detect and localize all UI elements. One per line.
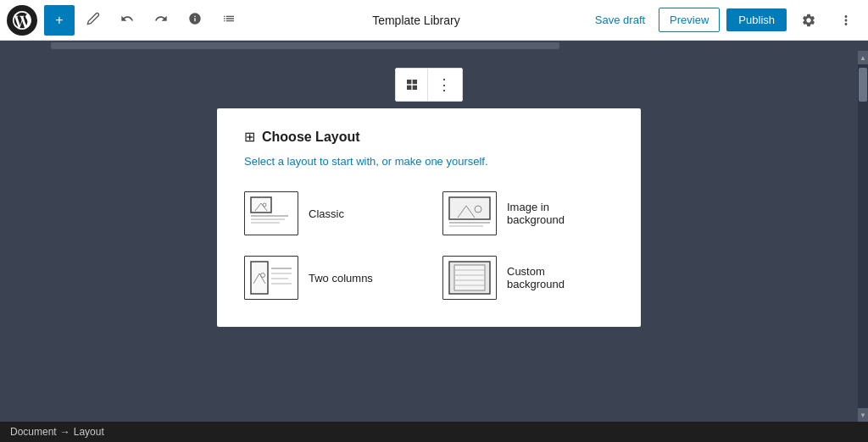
vertical-scrollbar[interactable]: ▲ ▼ <box>858 51 868 422</box>
more-icon <box>838 13 854 28</box>
h-scrollbar-thumb[interactable] <box>51 42 559 49</box>
horizontal-scrollbar[interactable] <box>0 41 868 51</box>
layout-option-classic[interactable]: Classic <box>244 191 415 235</box>
twocol-thumb-svg <box>248 258 295 297</box>
svg-rect-0 <box>251 197 271 213</box>
layout-label-classic: Classic <box>309 207 344 220</box>
layout-thumb-imgbg <box>442 191 497 235</box>
status-arrow: → <box>60 426 70 438</box>
layout-panel-icon: ⊞ <box>244 129 255 145</box>
wp-icon <box>13 11 31 30</box>
layout-label-custombg: Custombackground <box>507 265 565 290</box>
block-more-button[interactable]: ⋮ <box>428 69 460 101</box>
layout-option-imgbg[interactable]: Image inbackground <box>442 191 614 235</box>
redo-button[interactable] <box>146 5 176 36</box>
info-icon <box>188 12 202 29</box>
add-block-button[interactable]: + <box>44 5 75 36</box>
svg-rect-16 <box>454 265 485 290</box>
layout-thumb-classic <box>244 191 298 235</box>
toolbar-actions: Save draft Preview Publish <box>588 5 861 36</box>
gear-icon <box>801 13 816 28</box>
status-document-link[interactable]: Document <box>10 426 57 438</box>
scrollbar-thumb[interactable] <box>859 68 867 102</box>
layout-label-imgbg: Image inbackground <box>507 201 565 226</box>
undo-icon <box>120 12 134 29</box>
details-button[interactable] <box>180 5 210 36</box>
scrollbar-down-button[interactable]: ▼ <box>858 408 868 422</box>
settings-button[interactable] <box>793 5 824 36</box>
layout-label-twocol: Two columns <box>309 272 373 285</box>
wordpress-logo[interactable] <box>7 5 37 36</box>
top-toolbar: + <box>0 0 868 41</box>
status-layout-link[interactable]: Layout <box>74 426 104 438</box>
main-content: ⋮ ⊞ Choose Layout Select a layout to sta… <box>0 51 868 422</box>
list-view-button[interactable] <box>214 5 244 36</box>
layout-panel-title: Choose Layout <box>262 130 360 145</box>
status-bar: Document → Layout <box>0 422 868 442</box>
layout-grid: Classic Image inbackground <box>244 191 614 300</box>
layout-panel-header: ⊞ Choose Layout <box>244 129 614 145</box>
page-title: Template Library <box>248 14 585 27</box>
imgbg-thumb-svg <box>446 194 493 233</box>
redo-icon <box>154 12 168 29</box>
ellipsis-icon: ⋮ <box>437 77 453 92</box>
svg-rect-5 <box>449 197 490 219</box>
preview-button[interactable]: Preview <box>659 8 720 32</box>
layout-option-custombg[interactable]: Custombackground <box>442 256 614 300</box>
editor-area: ⋮ ⊞ Choose Layout Select a layout to sta… <box>0 51 858 422</box>
layout-thumb-twocol <box>244 256 298 300</box>
block-toolbar: ⋮ <box>395 68 463 102</box>
block-icon-button[interactable] <box>396 69 428 101</box>
tools-button[interactable] <box>78 5 108 36</box>
plus-icon: + <box>55 13 63 28</box>
more-options-button[interactable] <box>831 5 861 36</box>
list-icon <box>222 12 236 29</box>
undo-button[interactable] <box>112 5 142 36</box>
classic-thumb-svg <box>248 194 295 233</box>
layout-panel: ⊞ Choose Layout Select a layout to start… <box>217 108 641 327</box>
svg-rect-9 <box>251 262 268 294</box>
layout-thumb-custombg <box>442 256 497 300</box>
layout-option-twocol[interactable]: Two columns <box>244 256 415 300</box>
grid-icon <box>405 78 419 91</box>
save-draft-button[interactable]: Save draft <box>588 10 652 30</box>
pencil-icon <box>86 12 100 29</box>
layout-panel-subtitle: Select a layout to start with, or make o… <box>244 155 614 168</box>
publish-button[interactable]: Publish <box>726 8 787 31</box>
scrollbar-up-button[interactable]: ▲ <box>858 51 868 64</box>
custombg-thumb-svg <box>446 258 493 297</box>
